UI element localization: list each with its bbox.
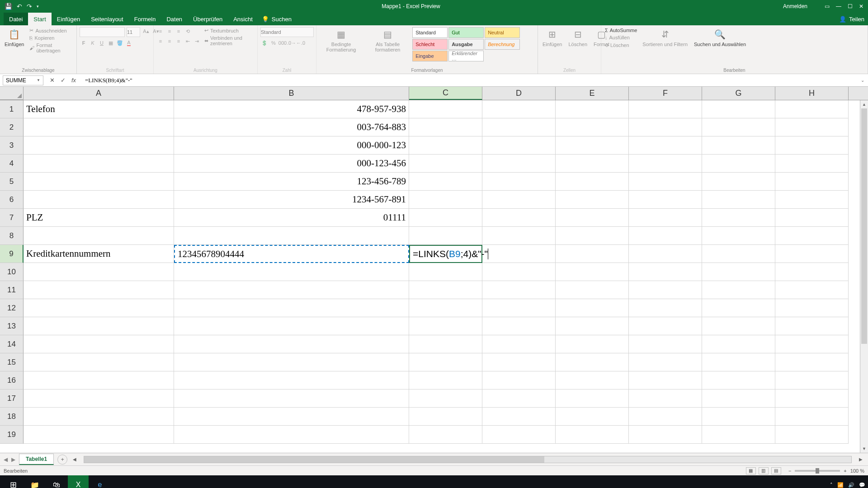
- italic-button[interactable]: K: [89, 39, 97, 47]
- cell-D8[interactable]: [482, 227, 556, 245]
- enter-formula-button[interactable]: ✓: [59, 75, 67, 85]
- select-all-corner[interactable]: [0, 87, 24, 100]
- bold-button[interactable]: F: [80, 39, 88, 47]
- cell-A18[interactable]: [24, 408, 174, 426]
- cell-H14[interactable]: [775, 335, 849, 353]
- cell-H5[interactable]: [775, 173, 849, 191]
- merge-center-button[interactable]: ⬌Verbinden und zentrieren: [203, 35, 255, 47]
- cell-C6[interactable]: [409, 191, 482, 209]
- cell-A13[interactable]: [24, 317, 174, 335]
- cell-H11[interactable]: [775, 281, 849, 299]
- currency-icon[interactable]: 💲: [260, 39, 269, 47]
- style-ausgabe[interactable]: Ausgabe: [448, 39, 484, 50]
- cell-C9[interactable]: =LINKS(B9;4)&"-": [409, 245, 482, 263]
- align-right-icon[interactable]: ≡: [175, 37, 183, 45]
- cell-G19[interactable]: [702, 426, 775, 444]
- cell-B3[interactable]: 000-000-123: [174, 136, 409, 155]
- cell-B9[interactable]: 12345678904444: [174, 245, 409, 263]
- cell-C17[interactable]: [409, 389, 482, 408]
- insert-function-button[interactable]: fx: [70, 75, 78, 85]
- cell-D6[interactable]: [482, 191, 556, 209]
- sheet-tab-tabelle1[interactable]: Tabelle1: [19, 454, 54, 465]
- cell-B15[interactable]: [174, 353, 409, 371]
- cell-C11[interactable]: [409, 281, 482, 299]
- cell-A11[interactable]: [24, 281, 174, 299]
- page-break-view-button[interactable]: ▤: [771, 467, 781, 474]
- style-gut[interactable]: Gut: [448, 27, 484, 38]
- cell-E4[interactable]: [556, 155, 629, 173]
- cell-F13[interactable]: [629, 317, 702, 335]
- cell-B13[interactable]: [174, 317, 409, 335]
- cell-H16[interactable]: [775, 371, 849, 389]
- row-header-11[interactable]: 11: [0, 281, 24, 299]
- cell-D19[interactable]: [482, 426, 556, 444]
- cell-H4[interactable]: [775, 155, 849, 173]
- cell-E7[interactable]: [556, 209, 629, 227]
- tab-data[interactable]: Daten: [161, 13, 188, 25]
- cell-G5[interactable]: [702, 173, 775, 191]
- cell-E2[interactable]: [556, 118, 629, 136]
- tray-volume-icon[interactable]: 🔊: [848, 482, 854, 488]
- cell-B19[interactable]: [174, 426, 409, 444]
- cell-G14[interactable]: [702, 335, 775, 353]
- cell-E1[interactable]: [556, 100, 629, 118]
- cancel-formula-button[interactable]: ✕: [48, 75, 56, 85]
- scroll-left-arrow-icon[interactable]: ◀: [71, 457, 78, 462]
- cell-D17[interactable]: [482, 389, 556, 408]
- tab-view[interactable]: Ansicht: [228, 13, 258, 25]
- cell-G1[interactable]: [702, 100, 775, 118]
- align-top-icon[interactable]: ≡: [156, 27, 165, 35]
- cell-H3[interactable]: [775, 136, 849, 155]
- row-header-8[interactable]: 8: [0, 227, 24, 245]
- font-name-combo[interactable]: [80, 27, 125, 37]
- col-header-g[interactable]: G: [702, 87, 775, 100]
- cell-E9[interactable]: [556, 245, 629, 263]
- cell-B2[interactable]: 003-764-883: [174, 118, 409, 136]
- col-header-b[interactable]: B: [174, 87, 409, 100]
- redo-icon[interactable]: ↷: [27, 3, 32, 10]
- cell-C19[interactable]: [409, 426, 482, 444]
- save-icon[interactable]: 💾: [5, 3, 12, 10]
- orientation-icon[interactable]: ⟲: [184, 27, 192, 35]
- cell-G17[interactable]: [702, 389, 775, 408]
- cell-C4[interactable]: [409, 155, 482, 173]
- cell-H8[interactable]: [775, 227, 849, 245]
- cell-C15[interactable]: [409, 353, 482, 371]
- cell-H18[interactable]: [775, 408, 849, 426]
- tab-formulas[interactable]: Formeln: [129, 13, 161, 25]
- underline-button[interactable]: U: [98, 39, 106, 47]
- thousands-icon[interactable]: 000: [278, 39, 287, 47]
- cell-E18[interactable]: [556, 408, 629, 426]
- cell-B17[interactable]: [174, 389, 409, 408]
- cell-A8[interactable]: [24, 227, 174, 245]
- cell-H6[interactable]: [775, 191, 849, 209]
- align-bot-icon[interactable]: ≡: [175, 27, 183, 35]
- cell-B7[interactable]: 01111: [174, 209, 409, 227]
- format-painter-button[interactable]: 🖌Format übertragen: [28, 42, 74, 54]
- close-icon[interactable]: ✕: [859, 3, 863, 9]
- col-header-h[interactable]: H: [775, 87, 849, 100]
- tell-me-search[interactable]: 💡 Suchen: [258, 16, 292, 23]
- cell-F10[interactable]: [629, 263, 702, 281]
- cell-F19[interactable]: [629, 426, 702, 444]
- cell-E3[interactable]: [556, 136, 629, 155]
- percent-icon[interactable]: %: [269, 39, 278, 47]
- cell-C10[interactable]: [409, 263, 482, 281]
- row-header-3[interactable]: 3: [0, 136, 24, 155]
- cell-D4[interactable]: [482, 155, 556, 173]
- tab-review[interactable]: Überprüfen: [188, 13, 228, 25]
- cell-E10[interactable]: [556, 263, 629, 281]
- format-as-table-button[interactable]: ▤ Als Tabelle formatieren: [366, 27, 410, 53]
- cell-H12[interactable]: [775, 299, 849, 317]
- fill-button[interactable]: ↓Ausfüllen: [604, 34, 638, 41]
- taskbar-edge[interactable]: e: [90, 475, 110, 488]
- cell-C13[interactable]: [409, 317, 482, 335]
- cell-D13[interactable]: [482, 317, 556, 335]
- cell-B1[interactable]: 478-957-938: [174, 100, 409, 118]
- tab-file[interactable]: Datei: [4, 13, 28, 25]
- cell-E16[interactable]: [556, 371, 629, 389]
- row-header-13[interactable]: 13: [0, 317, 24, 335]
- taskbar-file-explorer[interactable]: 📁: [24, 475, 45, 488]
- cell-H13[interactable]: [775, 317, 849, 335]
- cell-F18[interactable]: [629, 408, 702, 426]
